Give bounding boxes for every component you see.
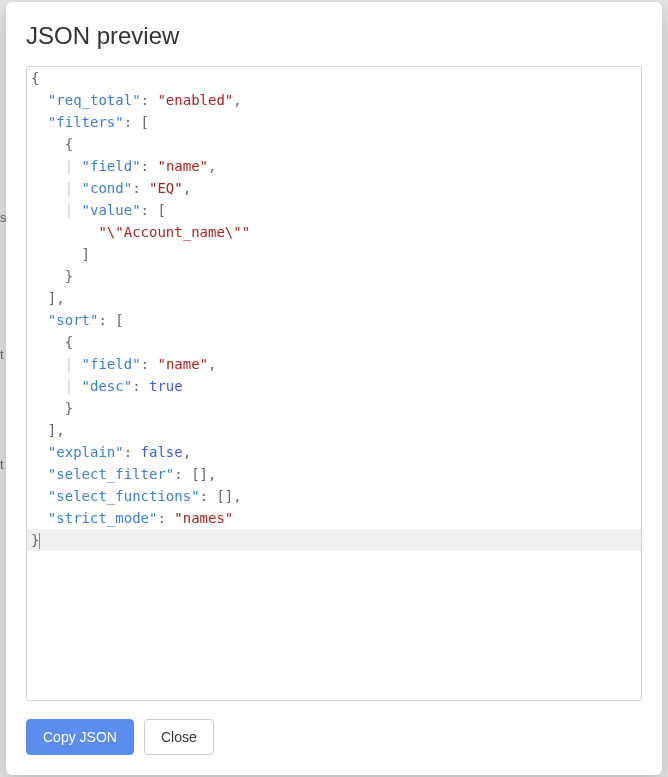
code-line[interactable]: "strict_mode": "names" xyxy=(27,507,641,529)
code-line[interactable]: | "field": "name", xyxy=(27,155,641,177)
code-line[interactable]: "filters": [ xyxy=(27,111,641,133)
code-line[interactable]: } xyxy=(27,529,641,551)
modal-footer: Copy JSON Close xyxy=(26,719,642,755)
code-line[interactable]: | "value": [ xyxy=(27,199,641,221)
code-line[interactable]: | "cond": "EQ", xyxy=(27,177,641,199)
code-line[interactable]: } xyxy=(27,397,641,419)
copy-json-button[interactable]: Copy JSON xyxy=(26,719,134,755)
json-preview-modal: JSON preview { "req_total": "enabled", "… xyxy=(6,2,662,775)
code-line[interactable]: { xyxy=(27,331,641,353)
code-line[interactable]: ] xyxy=(27,243,641,265)
code-line[interactable]: "\"Account_name\"" xyxy=(27,221,641,243)
code-line[interactable]: "explain": false, xyxy=(27,441,641,463)
code-line[interactable]: { xyxy=(27,67,641,89)
code-line[interactable]: | "desc": true xyxy=(27,375,641,397)
code-line[interactable]: "sort": [ xyxy=(27,309,641,331)
code-line[interactable]: } xyxy=(27,265,641,287)
code-line[interactable]: { xyxy=(27,133,641,155)
bg-fragment: t xyxy=(0,345,4,364)
code-line[interactable]: "req_total": "enabled", xyxy=(27,89,641,111)
code-line[interactable]: "select_functions": [], xyxy=(27,485,641,507)
close-button[interactable]: Close xyxy=(144,719,214,755)
modal-title: JSON preview xyxy=(26,22,642,50)
code-line[interactable]: ], xyxy=(27,419,641,441)
code-line[interactable]: ], xyxy=(27,287,641,309)
code-line[interactable]: | "field": "name", xyxy=(27,353,641,375)
bg-fragment: t xyxy=(0,455,4,474)
json-code-editor[interactable]: { "req_total": "enabled", "filters": [ {… xyxy=(26,66,642,701)
code-line[interactable]: "select_filter": [], xyxy=(27,463,641,485)
